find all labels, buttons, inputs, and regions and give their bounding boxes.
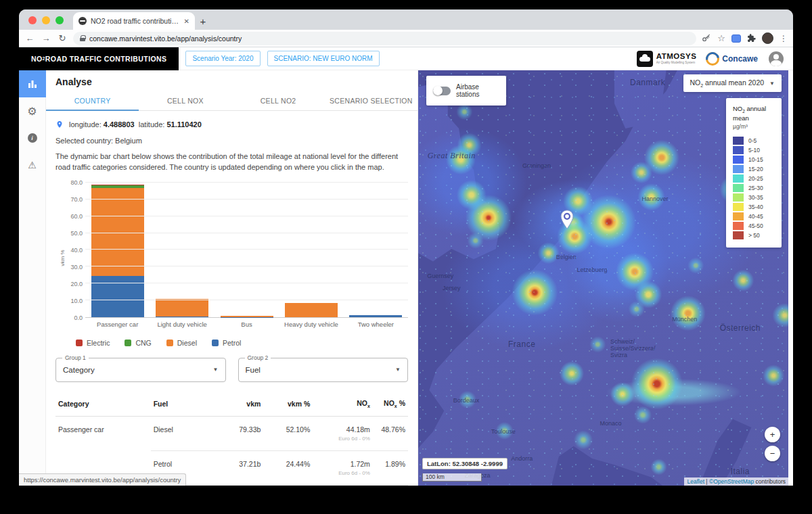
layer-dropdown-value: NO2 annual mean 2020	[690, 78, 765, 88]
legend-item-diesel[interactable]: Diesel	[166, 339, 197, 347]
chart-plot-area	[85, 183, 408, 318]
atmosys-logo: ATMOSYS Air Quality Modelling System	[637, 51, 697, 67]
macos-window-controls[interactable]	[19, 16, 73, 30]
map-legend-row: > 50	[733, 231, 782, 239]
longitude-value: 4.488803	[104, 120, 135, 128]
zoom-in-button[interactable]: +	[765, 427, 780, 442]
legend-color-swatch	[733, 156, 744, 164]
map-legend-row: 30-35	[733, 193, 782, 202]
legend-item-cng[interactable]: CNG	[125, 339, 151, 347]
segment-petrol	[91, 276, 144, 317]
x-label: Bus	[215, 321, 279, 328]
map-legend-row: 5-10	[733, 146, 782, 154]
analyse-panel: Analyse COUNTRYCELL NOXCELL NO2SCENARIO …	[46, 70, 418, 486]
app-title: NO2 ROAD TRAFFIC CONTRIBUTIONS	[19, 47, 179, 70]
location-pin-icon	[55, 119, 64, 130]
osm-link[interactable]: ©OpenStreetMap	[709, 478, 754, 485]
latitude-value: 51.110420	[166, 120, 201, 128]
selected-country: Selected country: Belgium	[55, 137, 408, 145]
bar-light-duty-vehicle	[150, 183, 214, 317]
map-legend-row: 0-5	[733, 137, 782, 145]
group1-label: Group 1	[62, 354, 89, 361]
tab-cell-no2[interactable]: CELL NO2	[232, 92, 325, 110]
scenario-button[interactable]: SCENARIO: NEW EURO NORM	[267, 51, 380, 66]
group1-select[interactable]: Group 1 Category ▼	[55, 358, 226, 382]
key-icon[interactable]	[702, 34, 711, 43]
column-header: vkm	[210, 392, 263, 417]
browser-tab[interactable]: NO2 road traffic contributions ✕	[73, 12, 195, 30]
back-icon[interactable]: ←	[24, 33, 35, 43]
scenario-year-button[interactable]: Scenario Year: 2020	[185, 51, 260, 66]
tab-title: NO2 road traffic contributions	[91, 17, 180, 25]
forward-icon[interactable]: →	[41, 33, 51, 43]
url-bar[interactable]: concawe.marvintest.vito.be/app/analysis/…	[73, 32, 696, 45]
legend-swatch	[76, 340, 83, 346]
sidebar-item-analyse[interactable]	[19, 70, 46, 97]
fullscreen-window-button[interactable]	[55, 16, 64, 24]
latlon-readout: LatLon: 52.30848 -2.9999	[422, 458, 508, 469]
segment-petrol	[156, 317, 208, 317]
site-favicon	[78, 17, 87, 25]
tab-scenario-selection[interactable]: SCENARIO SELECTION	[325, 92, 418, 110]
new-tab-button[interactable]: +	[195, 13, 211, 29]
browser-menu-icon[interactable]: ⋮	[780, 34, 788, 43]
legend-item-petrol[interactable]: Petrol	[212, 339, 241, 347]
segment-diesel	[156, 299, 208, 317]
browser-window: NO2 road traffic contributions ✕ + ← → ↻…	[19, 9, 793, 486]
gear-icon: ⚙	[27, 105, 37, 118]
extensions-puzzle-icon[interactable]	[747, 34, 756, 43]
atmosys-cloud-icon	[637, 51, 653, 67]
no2-heatmap[interactable]: Great BritainDanmarkFranceBelgienLetzebu…	[418, 70, 788, 486]
concawe-logo: Concawe	[706, 52, 758, 66]
zoom-out-button[interactable]: −	[765, 446, 780, 461]
table-row: Passenger carDiesel79.33b52.10%44.18mEur…	[55, 416, 408, 450]
chart-legend: ElectricCNGDieselPetrol	[76, 339, 408, 347]
page-scrollbar[interactable]	[788, 70, 793, 486]
layer-dropdown[interactable]: NO2 annual mean 2020 ▼	[683, 74, 782, 92]
lock-icon[interactable]	[80, 35, 85, 41]
close-window-button[interactable]	[28, 16, 37, 24]
x-label: Passenger car	[85, 321, 150, 328]
column-header: NOx %	[373, 392, 408, 417]
tab-close-icon[interactable]: ✕	[184, 18, 189, 25]
tab-country[interactable]: COUNTRY	[46, 92, 139, 110]
group2-select[interactable]: Group 2 Fuel ▼	[238, 358, 409, 382]
warning-icon: ⚠	[28, 160, 37, 170]
sidebar-item-info[interactable]: i	[19, 124, 46, 151]
sidebar-item-settings[interactable]: ⚙	[19, 97, 46, 124]
account-icon[interactable]	[769, 51, 784, 66]
map-legend-unit: µg/m³	[733, 123, 782, 130]
x-axis-labels: Passenger carLight duty vehicleBusHeavy …	[85, 321, 408, 328]
group2-label: Group 2	[245, 354, 271, 361]
concawe-ring-icon	[706, 52, 719, 66]
column-header: NOx	[313, 392, 373, 417]
bookmark-star-icon[interactable]: ☆	[717, 33, 725, 43]
browser-profile-avatar[interactable]	[762, 32, 773, 44]
selected-location-pin	[559, 210, 574, 230]
column-header: Fuel	[151, 392, 211, 417]
map-legend-title: NO2 annual mean	[733, 105, 782, 122]
sidebar: ⚙ i ⚠	[19, 70, 46, 486]
leaflet-link[interactable]: Leaflet	[687, 478, 704, 485]
x-label: Two wheeler	[344, 321, 408, 328]
sidebar-item-warnings[interactable]: ⚠	[19, 151, 46, 179]
legend-item-electric[interactable]: Electric	[76, 339, 110, 347]
legend-color-swatch	[733, 203, 744, 211]
panel-title: Analyse	[46, 70, 418, 92]
reload-icon[interactable]: ↻	[57, 33, 68, 43]
minimize-window-button[interactable]	[42, 16, 50, 24]
airbase-stations-label: Airbase stations	[456, 83, 499, 98]
segment-petrol	[349, 315, 402, 317]
legend-color-swatch	[733, 212, 744, 220]
map-legend-row: 35-40	[733, 203, 782, 211]
status-url-tooltip: https://concawe.marvintest.vito.be/app/a…	[19, 473, 186, 486]
legend-color-swatch	[733, 231, 744, 239]
extension-icon[interactable]	[731, 34, 741, 43]
browser-toolbar: ← → ↻ concawe.marvintest.vito.be/app/ana…	[19, 30, 793, 47]
map-legend-row: 45-50	[733, 222, 782, 230]
info-icon: i	[28, 133, 37, 143]
airbase-stations-toggle[interactable]	[433, 87, 451, 95]
group2-value: Fuel	[246, 366, 261, 374]
tab-cell-nox[interactable]: CELL NOX	[139, 92, 231, 110]
x-label: Heavy duty vehicle	[279, 321, 343, 328]
